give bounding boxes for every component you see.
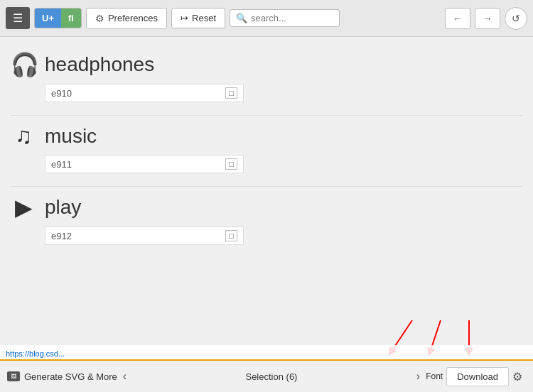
- download-button[interactable]: Download: [446, 367, 509, 386]
- music-icon: ♫: [11, 123, 36, 149]
- generate-label: Generate SVG & More: [24, 371, 117, 382]
- play-name: play: [45, 196, 81, 219]
- play-section: ▶ play e912 □: [0, 187, 533, 258]
- next-button[interactable]: ›: [411, 370, 426, 383]
- music-section: ♫ music e911 □: [0, 116, 533, 186]
- main-content: 🎧 headphones e910 □ ♫ music e911 □ ▶ pla…: [0, 37, 533, 359]
- headphones-section: 🎧 headphones e910 □: [0, 44, 533, 115]
- selection-count: Selection (6): [132, 371, 411, 382]
- reset-button[interactable]: ↦ Reset: [171, 8, 225, 28]
- back-button[interactable]: ←: [445, 8, 470, 29]
- reset-icon: ↦: [181, 13, 188, 23]
- headphones-icon: 🎧: [11, 51, 36, 78]
- preferences-button[interactable]: ⚙ Preferences: [86, 8, 167, 29]
- toolbar: ☰ U+ fi ⚙ Preferences ↦ Reset 🔍 ← → ↺: [0, 0, 533, 37]
- headphones-code-row: e910 □: [45, 84, 244, 102]
- music-code-row: e911 □: [45, 155, 244, 173]
- music-name: music: [45, 125, 97, 148]
- play-code: e912: [51, 231, 72, 241]
- bottom-bar: 🖼 Generate SVG & More ‹ Selection (6) › …: [0, 359, 533, 392]
- headphones-name: headphones: [45, 53, 154, 76]
- reset-label: Reset: [192, 13, 216, 23]
- headphones-code: e910: [51, 88, 72, 99]
- u-plus-button[interactable]: U+: [35, 9, 61, 28]
- music-code: e911: [51, 159, 72, 170]
- font-label: Font: [426, 371, 443, 381]
- settings-button[interactable]: ⚙: [509, 370, 526, 383]
- prev-button[interactable]: ‹: [117, 370, 132, 383]
- generate-svg-button[interactable]: 🖼 Generate SVG & More: [7, 371, 117, 382]
- forward-button[interactable]: →: [475, 8, 500, 29]
- play-code-row: e912 □: [45, 227, 244, 245]
- headphones-copy-button[interactable]: □: [225, 87, 237, 99]
- generate-icon: 🖼: [7, 371, 20, 381]
- url-hint-bar: https://blog.csd...: [0, 345, 533, 359]
- play-icon: ▶: [11, 194, 36, 221]
- search-box: 🔍: [230, 9, 340, 27]
- gear-icon: ⚙: [95, 13, 104, 24]
- refresh-button[interactable]: ↺: [505, 7, 527, 30]
- preferences-label: Preferences: [108, 13, 158, 23]
- play-copy-button[interactable]: □: [225, 230, 237, 241]
- ligature-button[interactable]: fi: [61, 9, 81, 28]
- music-copy-button[interactable]: □: [225, 158, 237, 170]
- music-title-row: ♫ music: [11, 123, 519, 149]
- menu-button[interactable]: ☰: [6, 7, 30, 29]
- search-icon: 🔍: [236, 13, 247, 23]
- format-group: U+ fi: [34, 8, 82, 28]
- search-input[interactable]: [251, 13, 333, 23]
- headphones-title-row: 🎧 headphones: [11, 51, 519, 78]
- play-title-row: ▶ play: [11, 194, 519, 221]
